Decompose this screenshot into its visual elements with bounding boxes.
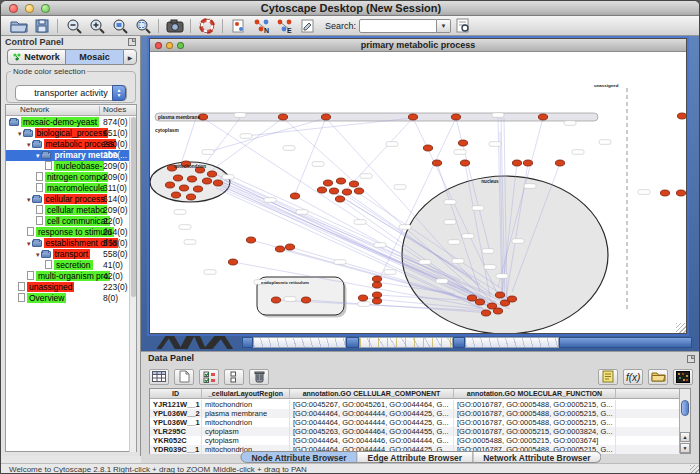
table-cell[interactable]: YLR295C <box>150 427 202 436</box>
minimized-window-thumbnail[interactable] <box>359 337 453 348</box>
function-builder-icon[interactable]: f(x) <box>623 369 643 385</box>
window-resize-grip[interactable] <box>676 323 686 333</box>
table-cell[interactable] <box>616 436 680 445</box>
graph-node[interactable] <box>271 297 280 303</box>
matrix-view-icon[interactable] <box>673 369 693 385</box>
tree-row[interactable]: cell communicat22(0) <box>6 216 130 227</box>
graph-node[interactable] <box>495 292 504 298</box>
table-cell[interactable]: cytoplasm <box>202 436 290 445</box>
table-cell[interactable]: [GO:0005488, GO:0005215, GO:0003674] <box>454 436 616 445</box>
maximize-icon[interactable] <box>177 42 184 49</box>
minimized-window-bar[interactable] <box>559 337 692 348</box>
zoom-selected-icon[interactable] <box>108 17 131 35</box>
window-titlebar[interactable]: Cytoscape Desktop (New Session) <box>1 1 700 16</box>
help-lifesaver-icon[interactable] <box>195 17 218 35</box>
table-cell[interactable]: plasma membrane <box>202 409 290 418</box>
graph-node[interactable] <box>285 244 294 250</box>
network-edges-icon[interactable]: E <box>273 17 296 35</box>
node-attribute-icon[interactable] <box>227 17 250 35</box>
table-cell[interactable] <box>616 409 680 418</box>
zoom-out-icon[interactable] <box>62 17 85 35</box>
graph-node[interactable] <box>372 276 381 282</box>
graph-node[interactable] <box>336 178 345 184</box>
graph-edge[interactable] <box>180 118 196 167</box>
minimize-button[interactable] <box>25 4 34 13</box>
graph-node[interactable] <box>354 188 363 194</box>
app-resize-grip[interactable] <box>690 465 700 474</box>
table-cell[interactable]: YPL036W__1 <box>150 418 202 427</box>
graph-node[interactable] <box>193 186 202 192</box>
table-row[interactable]: YPL036W__1mitochondrion[GO:0044464, GO:0… <box>150 418 680 427</box>
graph-node[interactable] <box>523 160 532 166</box>
table-row[interactable]: YLR295Ccytoplasm[GO:0045263, GO:0044464,… <box>150 427 680 436</box>
tree-row[interactable]: multi-organism pro42(0) <box>6 271 130 282</box>
select-attributes-icon[interactable] <box>199 369 219 385</box>
graph-node[interactable] <box>329 188 338 194</box>
graph-node[interactable] <box>372 298 381 304</box>
graph-node[interactable] <box>207 171 216 177</box>
graph-node[interactable] <box>173 175 182 181</box>
graph-node[interactable] <box>677 113 686 119</box>
table-row[interactable]: YKR052Ccytoplasm[GO:0044464, GO:0044446,… <box>150 436 680 445</box>
graph-node[interactable] <box>278 114 287 120</box>
graph-node[interactable] <box>475 299 484 305</box>
graph-edge[interactable] <box>295 118 326 194</box>
snapshot-camera-icon[interactable] <box>163 17 186 35</box>
graph-node[interactable] <box>467 295 476 301</box>
minimized-window-thumbnail[interactable] <box>465 337 559 348</box>
import-attributes-icon[interactable] <box>648 369 668 385</box>
graph-node[interactable] <box>246 237 255 243</box>
graph-node[interactable] <box>432 160 441 166</box>
graph-node[interactable] <box>213 180 222 186</box>
graph-node[interactable] <box>408 114 417 120</box>
graph-node[interactable] <box>538 114 547 120</box>
table-scrollbar[interactable]: ▲ ▼ <box>679 389 690 453</box>
tree-row[interactable]: response to stimulu264(0) <box>6 227 130 238</box>
search-dropdown-arrow[interactable]: ▼ <box>437 19 451 33</box>
graph-node[interactable] <box>187 176 196 182</box>
table-cell[interactable]: mitochondrion <box>202 418 290 427</box>
tree-row[interactable]: ▾biological_process651(0) <box>6 128 130 139</box>
table-row[interactable]: YPL036W__2plasma membrane[GO:0044464, GO… <box>150 409 680 418</box>
table-cell[interactable] <box>616 400 680 409</box>
network-canvas[interactable]: plasma membranecytoplasmmitochondrionnuc… <box>150 52 686 333</box>
tree-header-network[interactable]: Network <box>20 105 49 114</box>
tree-row[interactable]: ▾cellular process614(0) <box>6 194 130 205</box>
table-cell[interactable]: YDR039C__1 <box>150 445 202 454</box>
tree-row[interactable]: nitrogen compo209(0) <box>6 172 130 183</box>
tab-network-attribute-browser[interactable]: Network Attribute Browser <box>473 451 601 463</box>
minimize-icon[interactable] <box>166 42 173 49</box>
tab-overflow-arrow[interactable]: ▶ <box>123 49 137 65</box>
new-attribute-icon[interactable] <box>174 369 194 385</box>
scroll-up-arrow[interactable]: ▲ <box>680 432 690 442</box>
table-cell[interactable]: [GO:0044464, GO:0044444, GO:0044425, G..… <box>290 418 454 427</box>
search-input[interactable] <box>359 19 437 33</box>
unselect-attributes-icon[interactable] <box>224 369 244 385</box>
annotation-icon[interactable] <box>296 17 319 35</box>
graph-node[interactable] <box>228 259 237 265</box>
table-cell[interactable]: cytoplasm <box>202 427 290 436</box>
graph-node[interactable] <box>481 310 490 316</box>
tree-expand-arrow[interactable]: ▾ <box>27 240 31 247</box>
tree-expand-arrow[interactable]: ▾ <box>36 152 40 159</box>
graph-node[interactable] <box>423 145 432 151</box>
minimized-window-bar[interactable] <box>346 337 359 348</box>
network-nodes-icon[interactable]: N <box>250 17 273 35</box>
network-graph[interactable]: plasma membranecytoplasmmitochondrionnuc… <box>150 52 686 333</box>
graph-edge[interactable] <box>212 118 283 170</box>
tree-row[interactable]: unassigned223(0) <box>6 282 130 293</box>
graph-node[interactable] <box>676 190 685 196</box>
graph-node[interactable] <box>335 196 344 202</box>
network-window-titlebar[interactable]: primary metabolic process <box>150 39 686 52</box>
table-row[interactable]: YJR121W__1mitochondrion[GO:0045267, GO:0… <box>150 400 680 409</box>
table-cell[interactable] <box>616 418 680 427</box>
table-cell[interactable]: [GO:0016787, GO:0005488, GO:0005215, G..… <box>454 400 616 409</box>
graph-edge[interactable] <box>208 118 326 152</box>
tree-scrollbar[interactable] <box>129 117 136 452</box>
attribute-table-icon[interactable] <box>149 369 169 385</box>
save-icon[interactable] <box>30 17 53 35</box>
table-header-cell[interactable]: ID <box>150 389 202 398</box>
table-cell[interactable]: YPL036W__2 <box>150 409 202 418</box>
tree-expand-arrow[interactable]: ▾ <box>36 251 40 258</box>
graph-node[interactable] <box>171 192 180 198</box>
